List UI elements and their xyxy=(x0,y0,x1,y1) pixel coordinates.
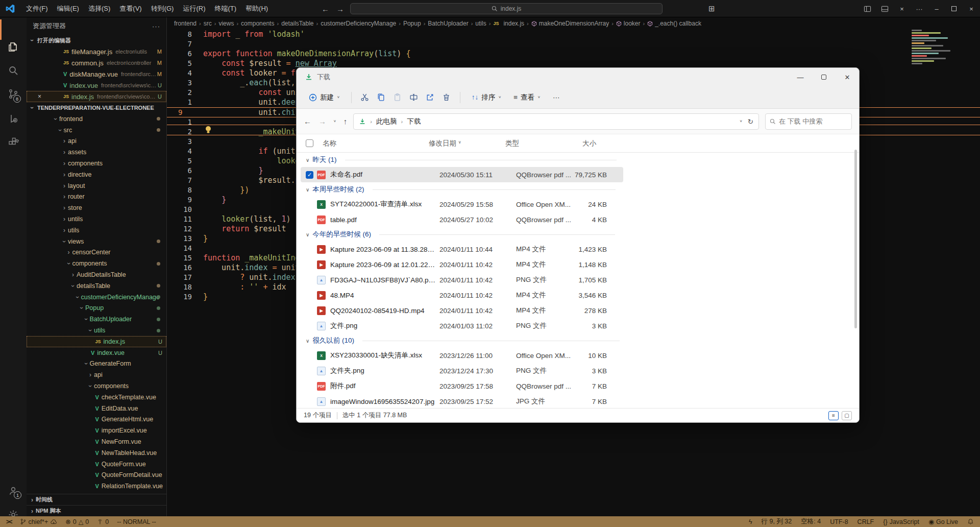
checkbox-checked[interactable]: ✓ xyxy=(306,171,313,179)
history-back-icon[interactable]: ← xyxy=(322,5,329,13)
file-row[interactable]: ▲文件.png2024/01/03 11:02PNG 文件3 KB xyxy=(301,318,623,333)
open-editor-item[interactable]: VdiskManage.vuefrontend\src\v...M xyxy=(27,68,166,80)
tree-file[interactable]: Vindex.vueU xyxy=(27,347,166,358)
indentation[interactable]: 空格: 4 xyxy=(801,517,821,526)
nav-history-icon[interactable]: ∨ xyxy=(333,119,336,123)
explorer-search-box[interactable]: 在 下载 中搜索 xyxy=(765,113,852,130)
tree-folder[interactable]: ›components xyxy=(27,158,166,169)
tree-folder[interactable]: ›censorCenter xyxy=(27,247,166,258)
tree-folder[interactable]: ›api xyxy=(27,136,166,147)
file-row[interactable]: ▶Kapture 2023-06-09 at 11.38.28.m...2024… xyxy=(301,242,623,257)
menu-item[interactable]: 查看(V) xyxy=(115,4,146,13)
source-control-icon[interactable] xyxy=(0,83,27,105)
new-button[interactable]: 新建∨ xyxy=(304,90,345,105)
open-editor-item[interactable]: ×JSindex.jsfrontend\src\views\com...U xyxy=(27,91,166,102)
tree-folder[interactable]: ›utils xyxy=(27,325,166,336)
explorer-titlebar[interactable]: 下载 — ✕ xyxy=(297,68,859,86)
open-editor-item[interactable]: JScommon.jselectron\controllerM xyxy=(27,57,166,68)
window-close-button[interactable]: × xyxy=(963,0,980,17)
column-name[interactable]: 名称 xyxy=(323,139,429,148)
split-editor-icon[interactable]: ⊞ xyxy=(708,4,715,13)
menu-item[interactable]: 帮助(H) xyxy=(241,4,273,13)
menu-item[interactable]: 编辑(E) xyxy=(53,4,84,13)
tree-file[interactable]: VRelationTemplate.vue xyxy=(27,481,166,492)
tree-folder[interactable]: ›layout xyxy=(27,180,166,191)
refresh-icon[interactable]: ↻ xyxy=(748,117,753,126)
explorer-scrollbar[interactable] xyxy=(854,150,857,328)
git-branch[interactable]: chief*+ xyxy=(20,518,58,525)
search-icon[interactable] xyxy=(0,59,27,82)
tree-folder[interactable]: ›Popup xyxy=(27,303,166,314)
file-row[interactable]: ▲文件夹.png2023/12/24 17:30PNG 文件3 KB xyxy=(301,363,623,378)
file-row[interactable]: PDFtable.pdf2024/05/27 10:02QQBrowser pd… xyxy=(301,212,623,227)
ports-indicator[interactable]: 0 xyxy=(97,518,109,525)
tree-file[interactable]: VGenerateHtml.vue xyxy=(27,414,166,425)
timeline-panel-header[interactable]: ›时间线 xyxy=(27,494,166,505)
toggle-panel-icon[interactable] xyxy=(876,0,893,17)
explorer-icon[interactable] xyxy=(0,36,27,58)
copy-icon[interactable] xyxy=(374,93,388,102)
tree-folder[interactable]: ›assets xyxy=(27,147,166,158)
file-row[interactable]: XSYT240220001-审查清单.xlsx2024/05/29 15:58O… xyxy=(301,197,623,212)
tree-file[interactable]: VcheckTemplate.vue xyxy=(27,392,166,403)
tree-file[interactable]: JSindex.jsU xyxy=(27,336,166,347)
explorer-maximize-button[interactable] xyxy=(812,68,836,86)
npm-scripts-panel-header[interactable]: ›NPM 脚本 xyxy=(27,505,166,516)
share-icon[interactable] xyxy=(423,93,437,102)
select-all-checkbox[interactable] xyxy=(306,139,313,147)
close-secondary-icon[interactable]: × xyxy=(893,0,911,17)
file-row[interactable]: ▶Kapture 2023-06-09 at 12.01.22.m...2024… xyxy=(301,257,623,272)
breadcrumb-item[interactable]: src xyxy=(204,20,212,27)
cut-icon[interactable] xyxy=(358,93,372,102)
file-row[interactable]: ▲imageWindow1695635524207.jpg2023/09/25 … xyxy=(301,394,623,409)
menu-item[interactable]: 选择(S) xyxy=(84,4,115,13)
menu-item[interactable]: 文件(F) xyxy=(21,4,53,13)
history-forward-icon[interactable]: → xyxy=(336,5,344,13)
explorer-close-button[interactable]: ✕ xyxy=(836,68,859,86)
toolbar-more-icon[interactable]: ··· xyxy=(548,90,565,104)
file-group-header[interactable]: ∨今年的早些时候 (6) xyxy=(297,227,859,242)
encoding[interactable]: UTF-8 xyxy=(830,518,848,525)
tree-folder[interactable]: ›AuditDetailsTable xyxy=(27,269,166,280)
breadcrumb[interactable]: frontend›src›views›components›detailsTab… xyxy=(167,17,980,30)
tree-folder[interactable]: ›components xyxy=(27,380,166,392)
sort-button[interactable]: ↑↓排序∨ xyxy=(467,90,506,105)
cursor-position[interactable]: 行 9, 列 32 xyxy=(762,517,792,526)
column-date[interactable]: 修改日期 ∨ xyxy=(429,139,505,148)
breadcrumb-item[interactable]: _.each() callback xyxy=(647,20,701,27)
project-root-header[interactable]: › TENDERPREPARATION-VUE-ELECTRONEE xyxy=(27,102,166,113)
language-mode[interactable]: {} JavaScript xyxy=(883,518,919,525)
more-actions-icon[interactable]: ··· xyxy=(911,0,928,17)
tree-folder[interactable]: ›views xyxy=(27,236,166,247)
close-icon[interactable]: × xyxy=(38,93,41,100)
minimap[interactable] xyxy=(910,29,957,78)
breadcrumb-item[interactable]: views xyxy=(218,20,234,27)
file-row[interactable]: ✓PDF未命名.pdf2024/05/30 15:11QQBrowser pdf… xyxy=(301,167,623,182)
tree-folder[interactable]: ›directive xyxy=(27,169,166,180)
menu-item[interactable]: 运行(R) xyxy=(178,4,210,13)
breadcrumb-downloads[interactable]: 下载 xyxy=(407,117,421,126)
tree-file[interactable]: VimportExcel.vue xyxy=(27,425,166,436)
problems-indicator[interactable]: ⊗ 0 △ 0 xyxy=(65,518,89,525)
details-view-icon[interactable]: ≡ xyxy=(828,411,839,420)
large-icons-view-icon[interactable]: ▢ xyxy=(842,411,852,420)
view-button[interactable]: ≡查看∨ xyxy=(508,90,546,105)
address-dropdown-icon[interactable]: ∨ xyxy=(740,119,743,123)
explorer-minimize-button[interactable]: — xyxy=(789,68,812,86)
tree-folder[interactable]: ›detailsTable xyxy=(27,280,166,292)
breadcrumb-item[interactable]: frontend xyxy=(174,20,197,27)
breadcrumb-item[interactable]: makeOneDimensionArray xyxy=(531,20,609,27)
breadcrumb-item[interactable]: Popup xyxy=(403,20,421,27)
open-editor-item[interactable]: Vindex.vuefrontend\src\views\co...U xyxy=(27,80,166,91)
column-type[interactable]: 类型 xyxy=(505,139,562,148)
delete-icon[interactable] xyxy=(439,93,454,102)
open-editor-item[interactable]: JSfileManager.jselectron\utilsM xyxy=(27,46,166,57)
extensions-icon[interactable] xyxy=(0,131,27,153)
breadcrumb-item[interactable]: JSindex.js xyxy=(493,20,524,27)
tree-folder[interactable]: ›customerDeficiencyManage xyxy=(27,292,166,303)
file-row[interactable]: ▲FD3GAJ~N1L0JSFB8)VJ`A80.png2024/01/11 1… xyxy=(301,272,623,288)
file-row[interactable]: ▶48.MP42024/01/11 10:42MP4 文件3,546 KB xyxy=(301,288,623,303)
file-group-header[interactable]: ∨昨天 (1) xyxy=(297,153,859,167)
nav-back-icon[interactable]: ← xyxy=(304,117,311,126)
sidebar-more-actions-icon[interactable]: ··· xyxy=(152,22,160,30)
